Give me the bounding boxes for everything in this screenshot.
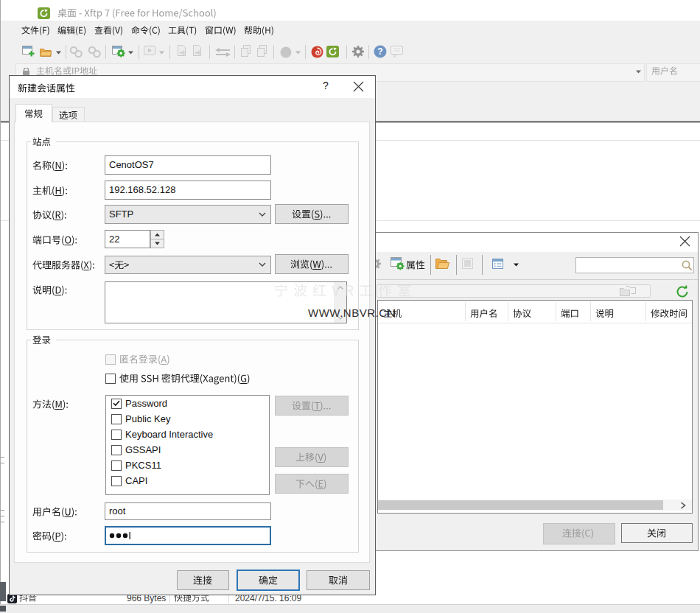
- svg-text:?: ?: [377, 46, 382, 57]
